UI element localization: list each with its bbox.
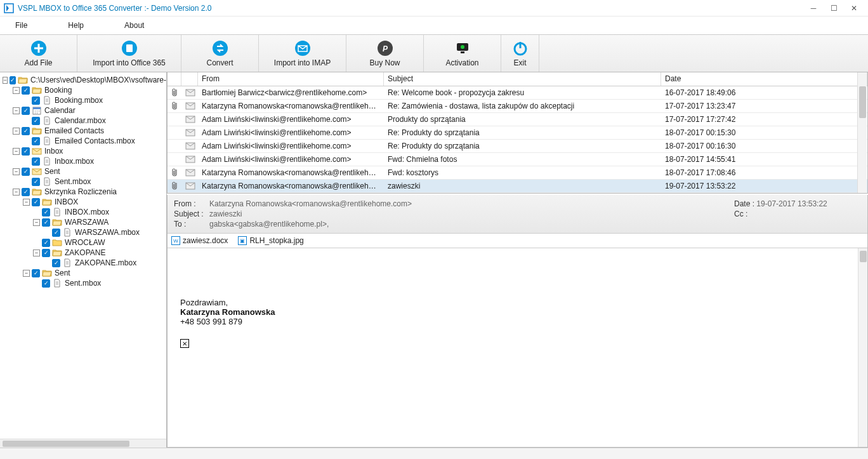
tree-checkbox[interactable] bbox=[10, 76, 16, 84]
grid-v-scrollbar[interactable] bbox=[857, 72, 867, 193]
tree-label: Sent bbox=[44, 167, 60, 176]
add-file-button[interactable]: Add File bbox=[0, 35, 77, 72]
tree-checkbox[interactable] bbox=[42, 249, 50, 257]
tree-toggle[interactable]: − bbox=[13, 148, 20, 155]
tree-checkbox[interactable] bbox=[22, 188, 30, 196]
mail-icon bbox=[32, 167, 42, 176]
tree-toggle[interactable]: − bbox=[23, 199, 30, 206]
tree-item[interactable]: −Sent bbox=[3, 268, 166, 278]
tree-item[interactable]: Sent.mbox bbox=[3, 176, 166, 187]
tree-checkbox[interactable] bbox=[32, 157, 40, 166]
tree-checkbox[interactable] bbox=[22, 168, 30, 176]
message-row[interactable]: Adam Liwiński<liwinski@rentlikehome.com>… bbox=[168, 140, 867, 153]
envelope-icon bbox=[181, 101, 198, 111]
tree-checkbox[interactable] bbox=[42, 218, 50, 227]
tree-toggle[interactable]: − bbox=[23, 270, 30, 277]
col-icon[interactable] bbox=[181, 72, 198, 86]
tree-toggle[interactable]: − bbox=[13, 128, 20, 135]
tree-toggle[interactable]: − bbox=[13, 107, 20, 114]
col-attach[interactable] bbox=[168, 72, 181, 86]
tree-item[interactable]: −ZAKOPANE bbox=[3, 248, 166, 258]
tree-item[interactable]: −INBOX bbox=[3, 197, 166, 207]
tree-toggle bbox=[23, 97, 30, 104]
tree-checkbox[interactable] bbox=[22, 127, 30, 135]
tree-toggle[interactable]: − bbox=[13, 189, 20, 196]
exit-button[interactable]: Exit bbox=[501, 35, 539, 72]
tree-checkbox[interactable] bbox=[32, 178, 40, 186]
tree-toggle bbox=[33, 280, 40, 287]
tree-toggle[interactable]: − bbox=[33, 249, 40, 256]
tree-label: ZAKOPANE bbox=[65, 248, 105, 257]
tree-item[interactable]: −WARSZAWA bbox=[3, 217, 166, 227]
attachment-icon bbox=[168, 118, 181, 121]
tree-item[interactable]: Sent.mbox bbox=[3, 278, 166, 288]
tree-checkbox[interactable] bbox=[32, 96, 40, 105]
message-row[interactable]: Adam Liwiński<liwinski@rentlikehome.com>… bbox=[168, 153, 867, 166]
close-button[interactable]: ✕ bbox=[844, 1, 864, 15]
maximize-button[interactable]: ☐ bbox=[824, 1, 844, 15]
tree-item[interactable]: −Emailed Contacts bbox=[3, 126, 166, 136]
tree-label: Calendar bbox=[44, 106, 76, 115]
tree-item[interactable]: INBOX.mbox bbox=[3, 207, 166, 217]
tree-item[interactable]: −Sent bbox=[3, 166, 166, 176]
tree-checkbox[interactable] bbox=[22, 147, 30, 156]
tree-item[interactable]: WARSZAWA.mbox bbox=[3, 227, 166, 237]
tree-item[interactable]: −Calendar bbox=[3, 105, 166, 116]
activation-button[interactable]: Activation bbox=[424, 35, 501, 72]
attachments-bar: Wzawiesz.docx▣RLH_stopka.jpg bbox=[168, 234, 867, 248]
tree-checkbox[interactable] bbox=[32, 117, 40, 125]
tree-toggle[interactable]: − bbox=[13, 87, 20, 94]
col-subject[interactable]: Subject bbox=[384, 72, 661, 86]
tree-checkbox[interactable] bbox=[32, 137, 40, 145]
tree-item[interactable]: −Booking bbox=[3, 85, 166, 95]
tree-checkbox[interactable] bbox=[32, 198, 40, 206]
import-imap-button[interactable]: Import into IMAP bbox=[259, 35, 346, 72]
tree-item[interactable]: −C:\Users\ved\Desktop\MBOX\vsoftware- bbox=[3, 75, 166, 85]
tree-item[interactable]: Inbox.mbox bbox=[3, 156, 166, 166]
plus-icon bbox=[30, 39, 48, 57]
convert-button[interactable]: Convert bbox=[181, 35, 259, 72]
mail-icon bbox=[32, 147, 42, 156]
tree-checkbox[interactable] bbox=[22, 107, 30, 115]
tree-checkbox[interactable] bbox=[42, 239, 50, 247]
calendar-icon bbox=[32, 106, 42, 115]
buy-now-button[interactable]: P Buy Now bbox=[346, 35, 424, 72]
tree-checkbox[interactable] bbox=[52, 229, 60, 237]
message-row[interactable]: Adam Liwiński<liwinski@rentlikehome.com>… bbox=[168, 126, 867, 140]
right-pane: From Subject Date Bartłomiej Barwicz<bar… bbox=[167, 72, 868, 448]
message-row[interactable]: Katarzyna Romanowska<romanowska@rentlike… bbox=[168, 166, 867, 180]
import-o365-button[interactable]: Import into Office 365 bbox=[77, 35, 181, 72]
menu-about[interactable]: About bbox=[124, 21, 144, 30]
message-row[interactable]: Katarzyna Romanowska<romanowska@rentlike… bbox=[168, 100, 867, 113]
col-date[interactable]: Date bbox=[661, 72, 867, 86]
tree-checkbox[interactable] bbox=[52, 259, 60, 267]
tree-item[interactable]: Booking.mbox bbox=[3, 95, 166, 105]
message-row[interactable]: Bartłomiej Barwicz<barwicz@rentlikehome.… bbox=[168, 86, 867, 100]
tree-toggle[interactable]: − bbox=[3, 77, 8, 84]
tree-item[interactable]: −Skrzynka Rozliczenia bbox=[3, 187, 166, 197]
menu-help[interactable]: Help bbox=[68, 21, 84, 30]
tree-item[interactable]: ZAKOPANE.mbox bbox=[3, 258, 166, 268]
col-from[interactable]: From bbox=[198, 72, 384, 86]
tree-toggle[interactable]: − bbox=[13, 168, 20, 175]
message-row[interactable]: Adam Liwiński<liwinski@rentlikehome.com>… bbox=[168, 113, 867, 126]
cell-from: Bartłomiej Barwicz<barwicz@rentlikehome.… bbox=[198, 87, 384, 98]
message-row[interactable]: Katarzyna Romanowska<romanowska@rentlike… bbox=[168, 180, 867, 193]
tree-checkbox[interactable] bbox=[42, 208, 50, 216]
preview-v-scrollbar[interactable] bbox=[858, 248, 867, 447]
tree-checkbox[interactable] bbox=[42, 279, 50, 288]
attachment-item[interactable]: ▣RLH_stopka.jpg bbox=[238, 236, 303, 245]
tree-item[interactable]: WROCŁAW bbox=[3, 237, 166, 248]
tree-label: Booking.mbox bbox=[55, 96, 103, 105]
tree-h-scrollbar[interactable] bbox=[0, 439, 166, 448]
attachment-item[interactable]: Wzawiesz.docx bbox=[171, 236, 228, 245]
tree-checkbox[interactable] bbox=[22, 86, 30, 95]
tree-item[interactable]: Emailed Contacts.mbox bbox=[3, 136, 166, 146]
menu-file[interactable]: File bbox=[15, 21, 27, 30]
minimize-button[interactable]: ─ bbox=[803, 1, 824, 15]
folder-tree[interactable]: −C:\Users\ved\Desktop\MBOX\vsoftware-−Bo… bbox=[0, 72, 166, 439]
tree-item[interactable]: −Inbox bbox=[3, 146, 166, 156]
tree-checkbox[interactable] bbox=[32, 269, 40, 277]
tree-toggle[interactable]: − bbox=[33, 219, 40, 226]
tree-item[interactable]: Calendar.mbox bbox=[3, 116, 166, 126]
